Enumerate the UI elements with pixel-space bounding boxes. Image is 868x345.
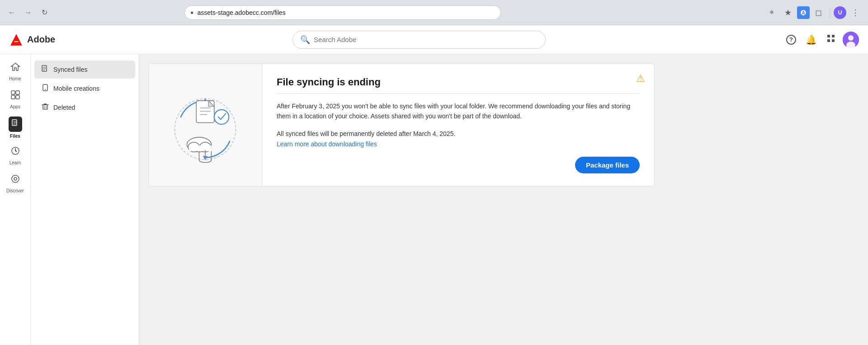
sidebar-item-synced-files[interactable]: Synced files — [34, 61, 135, 79]
divider — [830, 7, 830, 18]
mobile-creations-label: Mobile creations — [53, 85, 99, 92]
learn-icon — [10, 146, 20, 159]
banner-title: File syncing is ending — [277, 76, 640, 88]
mobile-creations-icon — [42, 84, 49, 93]
extensions-button[interactable]: ◻ — [811, 5, 826, 20]
svg-point-19 — [12, 175, 19, 182]
warning-icon: ⚠ — [636, 73, 645, 84]
nav-files-label: Files — [10, 134, 20, 139]
svg-text:A: A — [802, 10, 805, 15]
svg-rect-14 — [11, 95, 15, 99]
nav-home-label: Home — [9, 76, 21, 81]
nav-learn-label: Learn — [9, 160, 21, 165]
top-nav-right: ? 🔔 — [783, 32, 859, 48]
file-sync-banner: ⚠ File syncing is ending After February … — [148, 63, 655, 186]
package-files-button[interactable]: Package files — [575, 157, 640, 173]
svg-point-10 — [848, 35, 854, 41]
svg-rect-5 — [827, 35, 830, 37]
banner-content: ⚠ File syncing is ending After February … — [262, 64, 654, 186]
sync-svg-illustration — [165, 84, 246, 166]
notifications-button[interactable]: 🔔 — [803, 32, 819, 48]
deleted-label: Deleted — [53, 104, 75, 111]
svg-point-18 — [15, 148, 16, 149]
svg-rect-24 — [43, 105, 47, 109]
browser-chrome: ← → ↻ ● assets-stage.adobecc.com/files ⌖… — [0, 0, 868, 25]
address-bar[interactable]: ● assets-stage.adobecc.com/files — [184, 5, 501, 20]
svg-rect-6 — [832, 35, 835, 37]
adobe-logo-svg — [9, 33, 24, 47]
nav-item-learn[interactable]: Learn — [2, 142, 29, 169]
svg-point-23 — [45, 89, 46, 90]
discover-icon — [10, 174, 20, 186]
synced-files-icon — [42, 65, 49, 74]
banner-divider — [277, 93, 640, 94]
zoom-button[interactable]: ⌖ — [764, 5, 779, 20]
lock-icon: ● — [190, 9, 194, 16]
forward-button[interactable]: → — [22, 6, 34, 19]
avatar-image — [843, 32, 859, 48]
svg-rect-12 — [11, 91, 15, 94]
svg-point-29 — [214, 109, 229, 124]
search-bar[interactable]: 🔍 — [292, 31, 546, 49]
apps-grid-button[interactable] — [823, 32, 839, 48]
apps-icon — [10, 90, 20, 103]
bell-icon: 🔔 — [806, 34, 817, 45]
learn-more-link[interactable]: Learn more about downloading files — [277, 140, 640, 148]
nav-discover-label: Discover — [6, 188, 24, 193]
home-icon — [10, 62, 20, 75]
svg-rect-7 — [827, 39, 830, 42]
banner-illustration — [149, 64, 262, 186]
svg-rect-4 — [14, 41, 19, 42]
top-nav: Adobe 🔍 ? 🔔 — [0, 25, 868, 54]
banner-text-1: After February 3, 2025 you won't be able… — [277, 101, 640, 121]
extension-icon-1[interactable]: A — [797, 6, 810, 19]
sub-sidebar: Synced files Mobile creations Deleted — [31, 54, 139, 345]
search-bar-wrapper: 🔍 — [62, 31, 776, 49]
deleted-icon — [42, 103, 49, 112]
svg-rect-15 — [16, 95, 19, 99]
user-avatar[interactable] — [843, 32, 859, 48]
svg-rect-33 — [189, 145, 212, 151]
files-icon — [9, 117, 22, 132]
icon-nav: Home Apps — [0, 54, 31, 345]
help-button[interactable]: ? — [783, 32, 799, 48]
bookmark-button[interactable]: ★ — [781, 5, 795, 20]
svg-point-20 — [14, 177, 17, 180]
nav-item-apps[interactable]: Apps — [2, 86, 29, 113]
search-input[interactable] — [314, 36, 538, 43]
help-icon: ? — [786, 35, 796, 45]
nav-item-home[interactable]: Home — [2, 58, 29, 85]
adobe-logo[interactable]: Adobe — [9, 33, 55, 47]
banner-text-2: All synced files will be permanently del… — [277, 129, 640, 139]
synced-files-label: Synced files — [53, 66, 87, 73]
sidebar-item-mobile-creations[interactable]: Mobile creations — [34, 79, 135, 98]
sidebar-item-deleted[interactable]: Deleted — [34, 98, 135, 117]
nav-apps-label: Apps — [10, 104, 20, 109]
main-content: Home Apps — [0, 54, 868, 345]
grid-icon — [826, 34, 835, 45]
svg-rect-13 — [16, 91, 19, 94]
address-text: assets-stage.adobecc.com/files — [198, 9, 286, 16]
content-area: ⚠ File syncing is ending After February … — [139, 54, 868, 345]
browser-right-icons: ⌖ ★ A ◻ U ⋮ — [764, 5, 863, 20]
adobe-logo-text: Adobe — [27, 34, 55, 45]
back-button[interactable]: ← — [5, 6, 18, 19]
reload-button[interactable]: ↻ — [38, 6, 51, 19]
nav-item-discover[interactable]: Discover — [2, 170, 29, 197]
app-container: Adobe 🔍 ? 🔔 — [0, 25, 868, 345]
chrome-menu-button[interactable]: ⋮ — [848, 5, 863, 20]
nav-item-files[interactable]: Files — [2, 114, 29, 141]
browser-profile-avatar[interactable]: U — [834, 6, 846, 19]
svg-rect-8 — [832, 39, 835, 42]
banner-actions: Package files — [277, 157, 640, 173]
search-icon: 🔍 — [300, 35, 310, 45]
